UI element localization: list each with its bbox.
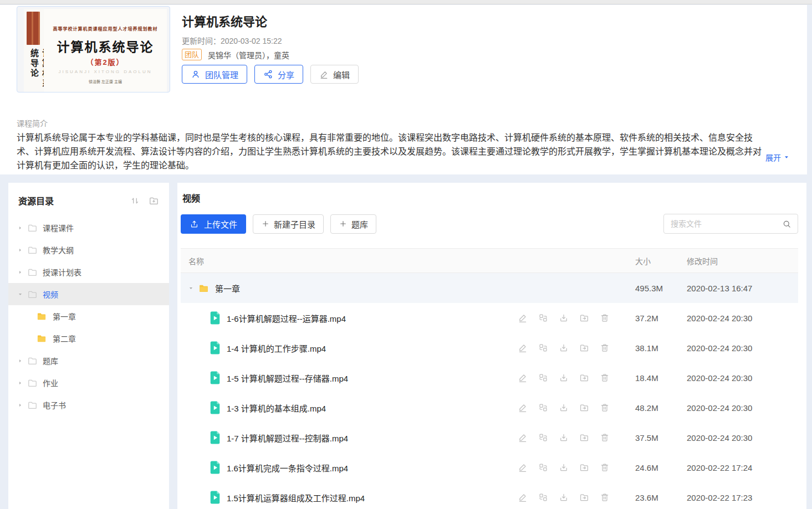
delete-icon[interactable] bbox=[600, 462, 610, 472]
delete-icon[interactable] bbox=[600, 492, 610, 502]
download-icon[interactable] bbox=[559, 343, 569, 353]
sidebar-item-video[interactable]: 视频 bbox=[8, 283, 169, 305]
table-row[interactable]: 1-7 计算机解题过程--控制器.mp4 37.5M 2020-02-24 20… bbox=[181, 423, 798, 453]
move-to-folder-icon[interactable] bbox=[579, 373, 589, 383]
file-size: 24.6M bbox=[615, 463, 679, 472]
book-spine: 计算机系统导论 bbox=[24, 9, 44, 92]
question-bank-button[interactable]: 题库 bbox=[330, 214, 376, 234]
sidebar-header-icons bbox=[130, 196, 159, 206]
caret-down-icon bbox=[188, 286, 193, 291]
edit-icon[interactable] bbox=[518, 343, 528, 353]
delete-icon[interactable] bbox=[600, 403, 610, 413]
edit-icon[interactable] bbox=[518, 492, 528, 502]
file-size: 48.2M bbox=[615, 403, 679, 413]
file-size: 23.6M bbox=[615, 493, 679, 502]
caret-right-icon bbox=[18, 403, 23, 408]
sidebar-item-chapter-2[interactable]: 第二章 bbox=[8, 327, 169, 349]
share-button[interactable]: 分享 bbox=[254, 65, 303, 84]
sidebar-item-teaching-plan[interactable]: 授课计划表 bbox=[8, 261, 169, 283]
move-to-folder-icon[interactable] bbox=[579, 403, 589, 413]
tree-item-label: 教学大纲 bbox=[43, 244, 74, 255]
sidebar-item-syllabus[interactable]: 教学大纲 bbox=[8, 239, 169, 261]
download-icon[interactable] bbox=[559, 313, 569, 323]
file-modified: 2020-02-24 20:30 bbox=[679, 403, 798, 413]
move-to-folder-icon[interactable] bbox=[579, 343, 589, 353]
team-badge: 团队 bbox=[182, 49, 202, 60]
download-icon[interactable] bbox=[559, 433, 569, 443]
share-label: 分享 bbox=[278, 69, 294, 80]
new-subfolder-button[interactable]: 新建子目录 bbox=[253, 214, 324, 234]
expand-label: 展开 bbox=[765, 152, 781, 163]
question-bank-label: 题库 bbox=[351, 218, 368, 230]
team-manage-button[interactable]: 团队管理 bbox=[182, 65, 247, 84]
upload-file-button[interactable]: 上传文件 bbox=[181, 214, 246, 234]
move-to-folder-icon[interactable] bbox=[579, 492, 589, 502]
folder-modified: 2020-02-13 16:47 bbox=[679, 284, 798, 293]
expand-link[interactable]: 展开 bbox=[765, 152, 789, 163]
sidebar-item-question-bank[interactable]: 题库 bbox=[8, 349, 169, 372]
delete-icon[interactable] bbox=[600, 313, 610, 323]
section-title: 视频 bbox=[177, 183, 806, 204]
file-modified: 2020-02-22 17:23 bbox=[679, 493, 798, 502]
table-row-folder[interactable]: 第一章 495.3M 2020-02-13 16:47 bbox=[181, 273, 798, 303]
sort-icon[interactable] bbox=[130, 196, 140, 206]
move-to-folder-icon[interactable] bbox=[579, 462, 589, 472]
sidebar-item-courseware[interactable]: 课程课件 bbox=[8, 217, 169, 239]
folder-icon bbox=[27, 378, 38, 388]
file-name: 1.5计算机运算器组成及工作过程.mp4 bbox=[227, 492, 365, 503]
table-row[interactable]: 1.5计算机运算器组成及工作过程.mp4 23.6M 2020-02-22 17… bbox=[181, 482, 798, 509]
book-authors-text: 徐洁磐 左正康 主编 bbox=[44, 79, 167, 84]
file-modified: 2020-02-22 17:24 bbox=[679, 463, 798, 472]
folder-yellow-icon bbox=[36, 311, 47, 322]
transcode-icon[interactable] bbox=[538, 373, 548, 383]
delete-icon[interactable] bbox=[600, 343, 610, 353]
share-icon bbox=[263, 69, 273, 79]
transcode-icon[interactable] bbox=[538, 492, 548, 502]
download-icon[interactable] bbox=[559, 373, 569, 383]
caret-right-icon bbox=[18, 225, 23, 230]
tree-item-label: 题库 bbox=[43, 355, 58, 366]
add-folder-icon[interactable] bbox=[149, 196, 159, 206]
transcode-icon[interactable] bbox=[538, 433, 548, 443]
sidebar-item-homework[interactable]: 作业 bbox=[8, 372, 169, 394]
caret-right-icon bbox=[18, 381, 23, 385]
transcode-icon[interactable] bbox=[538, 313, 548, 323]
transcode-icon[interactable] bbox=[538, 462, 548, 472]
table-row[interactable]: 1.6计算机完成一条指令过程.mp4 24.6M 2020-02-22 17:2… bbox=[181, 453, 798, 482]
download-icon[interactable] bbox=[559, 462, 569, 472]
transcode-icon[interactable] bbox=[538, 343, 548, 353]
edit-icon[interactable] bbox=[518, 433, 528, 443]
caret-right-icon bbox=[18, 248, 23, 253]
folder-icon bbox=[27, 289, 38, 300]
transcode-icon[interactable] bbox=[538, 403, 548, 413]
file-name: 1-3 计算机的基本组成.mp4 bbox=[227, 402, 326, 414]
edit-icon[interactable] bbox=[518, 462, 528, 472]
edit-icon[interactable] bbox=[518, 403, 528, 413]
resource-sidebar: 资源目录 课程课件 教学大纲 授课计划表 视频 第一章 bbox=[8, 183, 169, 509]
search-icon[interactable] bbox=[782, 219, 791, 229]
table-row[interactable]: 1-5 计算机解题过程--存储器.mp4 18.4M 2020-02-24 20… bbox=[181, 363, 798, 393]
file-name: 1-5 计算机解题过程--存储器.mp4 bbox=[227, 372, 348, 384]
book-title-text: 计算机系统导论 bbox=[44, 37, 167, 55]
video-file-icon bbox=[209, 430, 221, 445]
move-to-folder-icon[interactable] bbox=[579, 433, 589, 443]
plus-icon bbox=[339, 219, 348, 228]
delete-icon[interactable] bbox=[600, 433, 610, 443]
edit-button[interactable]: 编辑 bbox=[310, 65, 359, 84]
download-icon[interactable] bbox=[559, 403, 569, 413]
delete-icon[interactable] bbox=[600, 373, 610, 383]
move-to-folder-icon[interactable] bbox=[579, 313, 589, 323]
folder-icon bbox=[27, 245, 38, 255]
search-input[interactable] bbox=[671, 219, 782, 228]
table-row[interactable]: 1-4 计算机的工作步骤.mp4 38.1M 2020-02-24 20:30 bbox=[181, 333, 798, 363]
table-row[interactable]: 1-3 计算机的基本组成.mp4 48.2M 2020-02-24 20:30 bbox=[181, 393, 798, 423]
download-icon[interactable] bbox=[559, 492, 569, 502]
edit-icon[interactable] bbox=[518, 313, 528, 323]
sidebar-item-chapter-1[interactable]: 第一章 bbox=[8, 305, 169, 327]
table-row[interactable]: 1-6计算机解题过程--运算器.mp4 37.2M 2020-02-24 20:… bbox=[181, 303, 798, 333]
caret-right-icon bbox=[18, 270, 23, 275]
book-spine-band bbox=[27, 12, 40, 45]
edit-icon[interactable] bbox=[518, 373, 528, 383]
file-size: 38.1M bbox=[615, 343, 679, 353]
sidebar-item-ebook[interactable]: 电子书 bbox=[8, 394, 169, 416]
